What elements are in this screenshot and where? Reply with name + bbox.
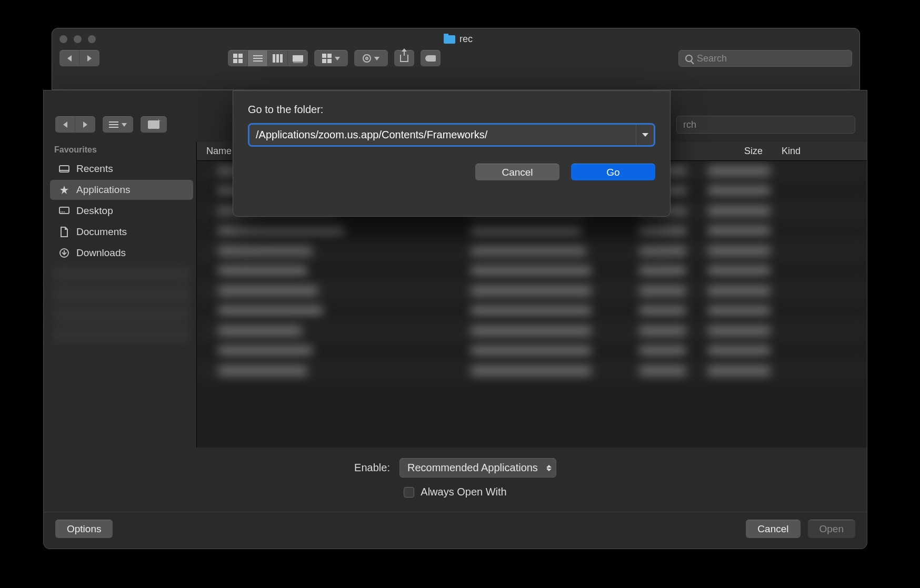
sidebar-item-label: Desktop <box>76 205 113 217</box>
table-row <box>197 241 867 261</box>
back-button[interactable] <box>59 50 79 67</box>
sidebar-item-label: Applications <box>76 184 130 196</box>
window-title-text: rec <box>459 34 473 45</box>
open-button[interactable]: Open <box>808 520 855 538</box>
folder-icon <box>444 35 455 44</box>
goto-path-input[interactable] <box>249 125 636 145</box>
enable-row: Enable: Recommended Applications <box>354 458 556 478</box>
sidebar-item-label: Downloads <box>76 247 126 259</box>
new-folder-icon <box>148 120 159 129</box>
tags-button-group <box>421 50 441 67</box>
goto-history-dropdown[interactable] <box>636 125 654 145</box>
back-button[interactable] <box>55 116 75 133</box>
sidebar-item-blurred <box>53 266 190 283</box>
table-row <box>197 261 867 281</box>
goto-folder-dialog: Go to the folder: Cancel Go <box>233 90 671 217</box>
sidebar-item-blurred <box>53 306 190 323</box>
window-title: rec <box>100 34 816 45</box>
open-dialog-options: Enable: Recommended Applications Always … <box>44 448 867 512</box>
svg-rect-0 <box>59 166 69 172</box>
goto-cancel-button[interactable]: Cancel <box>475 164 559 180</box>
nav-buttons <box>55 116 95 133</box>
sidebar-item-desktop[interactable]: Desktop <box>50 201 193 221</box>
open-dialog-footer: Options Cancel Open <box>44 512 867 549</box>
table-row <box>197 221 867 241</box>
nav-buttons <box>59 50 99 67</box>
sidebar: Favourites Recents Applications Desktop <box>44 142 196 448</box>
downloads-icon <box>58 248 70 258</box>
table-row <box>197 361 867 381</box>
forward-button[interactable] <box>75 116 95 133</box>
sidebar-item-applications[interactable]: Applications <box>50 180 193 200</box>
select-arrows-icon <box>546 465 552 471</box>
gallery-icon <box>293 55 303 62</box>
chevron-right-icon <box>83 121 87 128</box>
view-column-button[interactable] <box>268 50 288 67</box>
tags-button[interactable] <box>421 50 441 67</box>
always-open-row: Always Open With <box>404 486 506 498</box>
view-mode-buttons <box>228 50 308 67</box>
always-open-checkbox[interactable] <box>404 487 414 498</box>
close-icon[interactable] <box>59 35 67 43</box>
finder-toolbar: Search <box>52 47 859 72</box>
finder-search[interactable]: Search <box>678 50 852 67</box>
applications-icon <box>58 185 70 195</box>
goto-buttons: Cancel Go <box>248 164 655 180</box>
arrange-button-group <box>314 50 348 67</box>
view-menu-button[interactable] <box>103 116 133 133</box>
chevron-left-icon <box>67 55 72 62</box>
sidebar-item-blurred <box>53 286 190 303</box>
view-gallery-button[interactable] <box>288 50 308 67</box>
documents-icon <box>58 227 70 237</box>
goto-prompt: Go to the folder: <box>248 104 655 116</box>
chevron-down-icon <box>335 57 340 60</box>
view-icon-button[interactable] <box>228 50 248 67</box>
sidebar-item-downloads[interactable]: Downloads <box>50 243 193 263</box>
search-icon <box>685 55 693 62</box>
view-list-button[interactable] <box>248 50 268 67</box>
share-icon <box>400 55 408 62</box>
column-size[interactable]: Size <box>683 146 772 157</box>
enable-value: Recommended Applications <box>407 462 538 473</box>
arrange-icon <box>322 54 332 63</box>
new-folder-group <box>141 116 167 133</box>
share-button[interactable] <box>394 50 414 67</box>
open-dialog-search[interactable]: rch <box>676 116 855 134</box>
list-icon <box>109 121 118 128</box>
sidebar-item-label: Documents <box>76 226 127 238</box>
svg-point-4 <box>62 211 63 212</box>
sidebar-item-recents[interactable]: Recents <box>50 159 193 179</box>
svg-rect-2 <box>59 207 69 214</box>
chevron-down-icon <box>642 133 648 137</box>
columns-icon <box>273 54 283 63</box>
view-menu <box>103 116 133 133</box>
enable-label: Enable: <box>354 462 390 474</box>
gear-icon <box>363 54 371 63</box>
tag-icon <box>425 55 436 62</box>
goto-go-button[interactable]: Go <box>571 164 655 180</box>
minimize-icon[interactable] <box>74 35 82 43</box>
table-row <box>197 341 867 361</box>
zoom-icon[interactable] <box>88 35 96 43</box>
chevron-down-icon <box>122 123 127 127</box>
search-placeholder: rch <box>683 119 696 130</box>
finder-titlebar: rec <box>52 28 859 47</box>
list-icon <box>253 55 263 62</box>
new-folder-button[interactable] <box>141 116 167 133</box>
window-controls <box>59 35 96 43</box>
arrange-button[interactable] <box>314 50 348 67</box>
chevron-left-icon <box>63 121 67 128</box>
goto-input-wrap <box>248 123 655 147</box>
sidebar-heading: Favourites <box>47 142 196 158</box>
options-button[interactable]: Options <box>55 520 113 538</box>
cancel-button[interactable]: Cancel <box>746 520 800 538</box>
table-row <box>197 301 867 321</box>
sidebar-item-documents[interactable]: Documents <box>50 222 193 242</box>
column-kind[interactable]: Kind <box>772 146 867 157</box>
action-button[interactable] <box>354 50 388 67</box>
enable-select[interactable]: Recommended Applications <box>399 458 556 478</box>
always-open-label: Always Open With <box>421 486 506 498</box>
action-button-group <box>354 50 388 67</box>
forward-button[interactable] <box>79 50 99 67</box>
share-button-group <box>394 50 414 67</box>
